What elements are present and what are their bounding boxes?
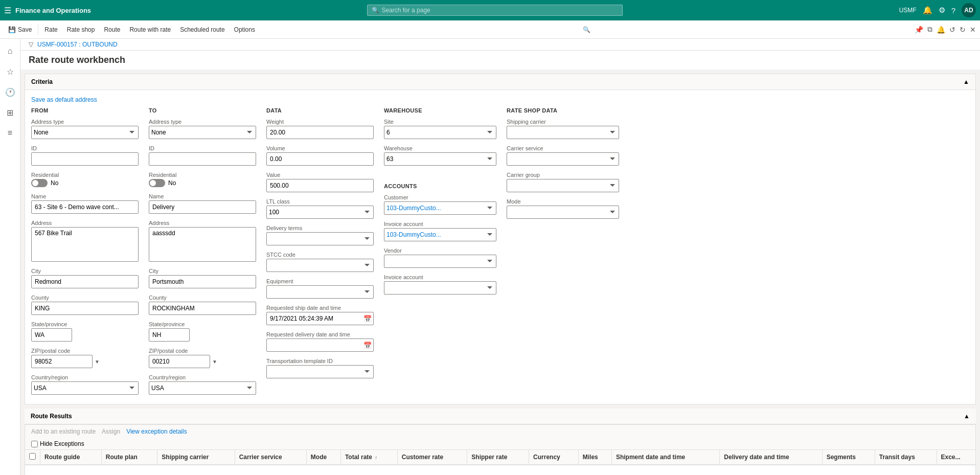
th-route-guide[interactable]: Route guide [40,450,102,465]
th-delivery-date[interactable]: Delivery date and time [720,450,822,465]
to-address-textarea[interactable]: aasssdd [149,227,256,262]
delivery-date-calendar-icon[interactable]: 📅 [363,342,372,349]
sidebar-favorite-icon[interactable]: ☆ [2,63,18,80]
rate-shop-button[interactable]: Rate shop [63,24,99,35]
refresh-icon[interactable]: ↺ [949,26,955,34]
from-address-type-select[interactable]: None [31,126,139,139]
to-zip-input[interactable] [149,355,210,368]
to-toggle-switch[interactable] [149,179,165,187]
to-id-group: ID [149,145,256,166]
th-currency[interactable]: Currency [529,450,579,465]
save-default-link[interactable]: Save as default address [31,96,97,103]
delivery-date-input[interactable] [266,338,374,352]
sidebar-recent-icon[interactable]: 🕐 [2,84,18,100]
sidebar-list-icon[interactable]: ≡ [2,125,18,141]
site-select[interactable]: 6 [384,126,496,139]
from-name-input[interactable] [31,200,139,214]
sidebar-workspace-icon[interactable]: ⊞ [2,104,18,121]
delivery-terms-select[interactable] [266,232,374,245]
to-zip-dropdown[interactable]: ▼ [212,359,217,365]
th-total-rate[interactable]: Total rate ↑ [340,450,397,465]
route-button[interactable]: Route [100,24,124,35]
carrier-service-select[interactable] [507,152,619,166]
carrier-group-group: Carrier group [507,172,619,192]
from-toggle-switch[interactable] [31,179,48,187]
search-box[interactable]: 🔍 [367,5,623,16]
th-shipment-date[interactable]: Shipment date and time [611,450,719,465]
from-city-input[interactable] [31,275,139,288]
sidebar-home-icon[interactable]: ⌂ [2,43,18,59]
settings-icon[interactable]: ⚙ [939,6,945,15]
notification-badge-icon[interactable]: 🔔 [937,26,945,34]
mode-select[interactable] [507,206,619,219]
invoice-account2-select[interactable] [384,281,496,295]
ship-date-input[interactable] [266,312,374,325]
hide-exceptions-checkbox[interactable] [31,441,38,447]
route-results-header[interactable]: Route Results ▲ [25,409,976,424]
th-carrier-service[interactable]: Carrier service [235,450,306,465]
from-country-select[interactable]: USA [31,381,139,395]
search-input[interactable] [381,7,618,14]
from-zip-dropdown[interactable]: ▼ [95,359,100,365]
to-id-input[interactable] [149,152,256,166]
th-customer-rate[interactable]: Customer rate [397,450,467,465]
from-id-input[interactable] [31,152,139,166]
from-county-input[interactable] [31,302,139,315]
criteria-section-header[interactable]: Criteria ▲ [25,74,975,90]
th-route-plan[interactable]: Route plan [101,450,157,465]
help-icon[interactable]: ? [951,6,955,15]
from-zip-input[interactable] [31,355,93,368]
to-name-input[interactable] [149,200,256,214]
copy-icon[interactable]: ⧉ [927,25,932,34]
select-all-checkbox[interactable] [29,453,36,460]
save-button[interactable]: 💾 Save [4,24,36,35]
view-exception-link[interactable]: View exception details [126,428,187,435]
volume-input[interactable] [266,152,374,166]
from-state-input[interactable] [31,328,72,342]
pin-icon[interactable]: 📌 [915,26,923,34]
close-icon[interactable]: ✕ [970,26,976,34]
shipping-carrier-select[interactable] [507,126,619,139]
vendor-select[interactable] [384,255,496,268]
from-residential-toggle[interactable]: No [31,179,139,187]
page-title: Rate route workbench [20,51,980,70]
route-with-rate-button[interactable]: Route with rate [125,24,175,35]
notification-icon[interactable]: 🔔 [923,6,932,15]
ltl-class-select[interactable]: 100 [266,206,374,219]
customer-label: Customer [384,194,496,200]
cmd-search-button[interactable]: 🔍 [579,24,595,35]
hamburger-icon[interactable]: ☰ [4,6,11,15]
th-shipper-rate[interactable]: Shipper rate [467,450,529,465]
th-mode[interactable]: Mode [306,450,340,465]
to-address-type-select[interactable]: None [149,126,256,139]
action-icons: 📌 ⧉ 🔔 ↺ ↻ ✕ [915,25,976,34]
rate-button[interactable]: Rate [40,24,61,35]
stcc-code-select[interactable] [266,259,374,272]
site-group: Site 6 [384,119,496,139]
ship-date-calendar-icon[interactable]: 📅 [363,315,372,323]
transport-template-select[interactable] [266,365,374,378]
equipment-select[interactable] [266,285,374,299]
th-miles[interactable]: Miles [578,450,611,465]
th-shipping-carrier[interactable]: Shipping carrier [157,450,235,465]
th-segments[interactable]: Segments [822,450,875,465]
weight-input[interactable] [266,126,374,139]
to-country-select[interactable]: USA [149,381,256,395]
avatar[interactable]: AD [962,3,976,17]
scheduled-route-button[interactable]: Scheduled route [176,24,229,35]
th-transit-days[interactable]: Transit days [875,450,937,465]
from-address-textarea[interactable]: 567 Bike Trail [31,227,139,262]
breadcrumb-link[interactable]: USMF-000157 : OUTBOUND [37,41,118,48]
carrier-group-select[interactable] [507,179,619,192]
to-residential-toggle[interactable]: No [149,179,256,187]
customer-select[interactable]: 103-DummyCusto... [384,201,496,215]
to-state-input[interactable] [149,328,190,342]
invoice-account-select[interactable]: 103-DummyCusto... [384,228,496,241]
options-button[interactable]: Options [230,24,259,35]
th-exce[interactable]: Exce... [937,450,975,465]
to-county-input[interactable] [149,302,256,315]
value-input[interactable] [266,179,374,192]
forward-icon[interactable]: ↻ [960,26,966,34]
to-city-input[interactable] [149,275,256,288]
warehouse-select[interactable]: 63 [384,152,496,166]
